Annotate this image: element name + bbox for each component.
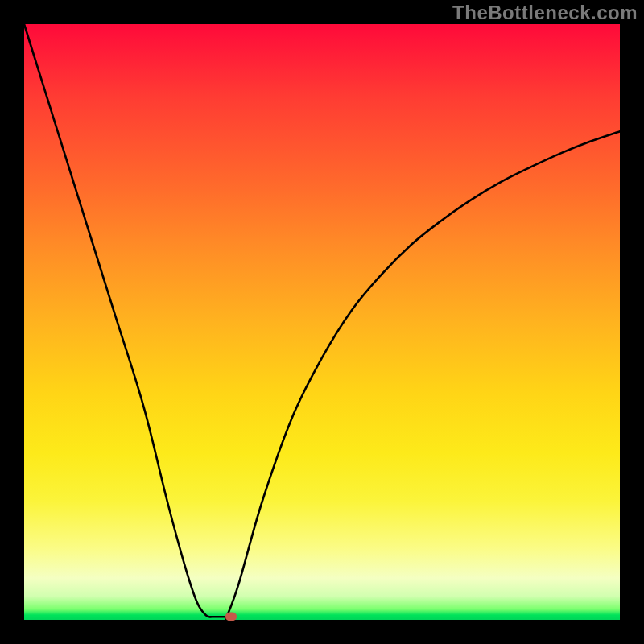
watermark-text: TheBottleneck.com bbox=[452, 2, 638, 24]
minimum-marker bbox=[225, 613, 237, 621]
bottleneck-curve bbox=[24, 24, 620, 620]
plot-area bbox=[24, 24, 620, 620]
chart-frame: TheBottleneck.com bbox=[0, 0, 644, 644]
curve-svg bbox=[24, 24, 620, 620]
